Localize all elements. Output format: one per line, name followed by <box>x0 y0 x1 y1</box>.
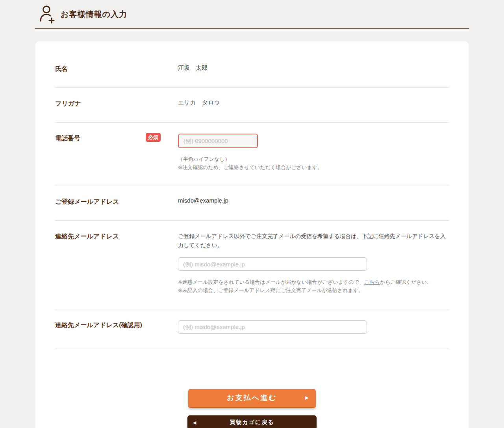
phone-note-contact: ※注文確認のため、ご連絡させていただく場合がございます。 <box>178 163 449 171</box>
furigana-label: フリガナ <box>55 99 81 108</box>
row-contact-email-confirm: 連絡先メールアドレス(確認用) <box>55 309 449 348</box>
person-add-icon <box>39 5 55 24</box>
page-header: お客様情報の入力 <box>0 0 504 29</box>
row-contact-email: 連絡先メールアドレス ご登録メールアドレス以外でご注文完了メールの受信を希望する… <box>55 221 449 309</box>
phone-note-format: （半角ハイフンなし） <box>178 155 449 163</box>
proceed-to-payment-button[interactable]: お支払へ進む ▶ <box>188 389 316 408</box>
arrow-left-icon: ◀ <box>193 420 196 425</box>
registered-email-value: misdo@example.jp <box>178 196 228 204</box>
name-value: 江坂 太郎 <box>178 63 208 71</box>
row-name: 氏名 江坂 太郎 <box>55 53 449 88</box>
row-registered-email: ご登録メールアドレス misdo@example.jp <box>55 186 449 221</box>
contact-email-description: ご登録メールアドレス以外でご注文完了メールの受信を希望する場合は、下記に連絡先メ… <box>178 232 449 249</box>
header-divider <box>35 28 469 29</box>
contact-email-label: 連絡先メールアドレス <box>55 232 119 241</box>
row-phone: 電話番号 必須 （半角ハイフンなし） ※注文確認のため、ご連絡させていただく場合… <box>55 123 449 186</box>
phone-input[interactable] <box>178 134 258 148</box>
required-badge: 必須 <box>146 133 161 142</box>
contact-email-note-spam: ※迷惑メール設定をされている場合はメールが届かない場合がございますので、こちらか… <box>178 278 449 286</box>
note-text-before-link: ※迷惑メール設定をされている場合はメールが届かない場合がございますので、 <box>178 279 364 285</box>
action-buttons: お支払へ進む ▶ ◀ 買物カゴに戻る <box>55 389 449 428</box>
contact-email-confirm-input[interactable] <box>178 320 367 334</box>
page-title: お客様情報の入力 <box>61 9 127 20</box>
registered-email-label: ご登録メールアドレス <box>55 197 119 206</box>
back-button-label: 買物カゴに戻る <box>230 419 274 425</box>
back-to-cart-button[interactable]: ◀ 買物カゴに戻る <box>187 415 317 428</box>
note-text-after-link: からご確認ください。 <box>380 279 432 285</box>
contact-email-note-blank: ※未記入の場合、ご登録メールアドレス宛にご注文完了メールが送信されます。 <box>178 286 449 294</box>
furigana-value: エサカ タロウ <box>178 98 220 106</box>
name-label: 氏名 <box>55 64 68 73</box>
row-furigana: フリガナ エサカ タロウ <box>55 88 449 123</box>
arrow-right-icon: ▶ <box>305 395 309 400</box>
customer-info-card: 氏名 江坂 太郎 フリガナ エサカ タロウ 電話番号 必須 （半角ハイフンなし）… <box>35 41 469 428</box>
kochira-link[interactable]: こちら <box>364 279 380 285</box>
phone-label: 電話番号 <box>55 134 80 143</box>
proceed-button-label: お支払へ進む <box>227 394 277 402</box>
contact-email-input[interactable] <box>178 257 367 271</box>
contact-email-confirm-label: 連絡先メールアドレス(確認用) <box>55 320 142 329</box>
